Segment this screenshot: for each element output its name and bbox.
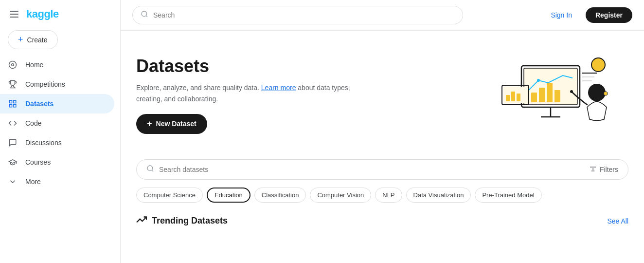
tag-pre-trained-model[interactable]: Pre-Trained Model <box>475 188 541 203</box>
global-search-bar[interactable] <box>132 6 463 24</box>
signin-button[interactable]: Sign In <box>543 7 580 23</box>
svg-point-0 <box>9 61 17 69</box>
svg-rect-21 <box>517 94 520 101</box>
content-area: Datasets Explore, analyze, and share qua… <box>121 31 644 263</box>
svg-rect-4 <box>9 105 12 107</box>
svg-rect-2 <box>9 100 12 103</box>
courses-icon <box>8 157 18 167</box>
hero-section: Datasets Explore, analyze, and share qua… <box>136 46 628 144</box>
kaggle-logo[interactable]: kaggle <box>26 8 59 20</box>
new-dataset-button[interactable]: + New Dataset <box>136 114 207 134</box>
tag-data-visualization[interactable]: Data Visualization <box>406 188 471 203</box>
filters-button[interactable]: Filters <box>589 165 618 174</box>
page-title: Datasets <box>136 56 350 76</box>
sidebar-item-home[interactable]: Home <box>0 55 114 75</box>
register-button[interactable]: Register <box>586 7 632 23</box>
search-input[interactable] <box>153 11 455 19</box>
chevron-down-icon <box>8 177 18 187</box>
sidebar-header: kaggle <box>0 0 120 28</box>
trending-section: Trending Datasets See All <box>136 214 628 227</box>
datasets-search-bar[interactable]: Filters <box>136 159 628 180</box>
topbar-actions: Sign In Register <box>543 7 632 23</box>
svg-point-14 <box>537 79 540 82</box>
svg-line-30 <box>152 170 153 171</box>
datasets-search-input[interactable] <box>159 166 589 173</box>
trending-icon <box>136 214 147 227</box>
svg-point-25 <box>591 58 605 72</box>
svg-rect-19 <box>506 95 510 101</box>
main-area: Sign In Register Datasets Explore, analy… <box>121 0 644 263</box>
tags-row: Computer Science Education Classificatio… <box>136 188 628 203</box>
tag-education[interactable]: Education <box>207 188 250 203</box>
plus-icon: + <box>147 119 152 129</box>
see-all-link[interactable]: See All <box>607 217 628 225</box>
hero-description: Explore, analyze, and share quality data… <box>136 82 350 104</box>
svg-line-7 <box>146 16 147 17</box>
tag-computer-science[interactable]: Computer Science <box>136 188 203 203</box>
plus-icon: + <box>18 35 23 45</box>
sidebar: kaggle + Create Home Competitions <box>0 0 121 263</box>
sidebar-nav: Home Competitions Datasets Code <box>0 55 120 191</box>
sidebar-item-more[interactable]: More <box>0 172 114 191</box>
sidebar-item-datasets[interactable]: Datasets <box>0 94 114 113</box>
hamburger-icon[interactable] <box>8 9 20 19</box>
svg-point-29 <box>147 166 153 171</box>
svg-rect-10 <box>531 93 537 102</box>
code-icon <box>8 118 18 128</box>
hero-text: Datasets Explore, analyze, and share qua… <box>136 56 350 134</box>
svg-rect-3 <box>14 100 16 103</box>
tag-computer-vision[interactable]: Computer Vision <box>310 188 371 203</box>
topbar: Sign In Register <box>121 0 644 31</box>
hero-illustration <box>492 46 628 144</box>
sidebar-item-code[interactable]: Code <box>0 113 114 133</box>
home-icon <box>8 60 18 70</box>
svg-point-27 <box>570 90 573 93</box>
datasets-icon <box>8 99 18 109</box>
search-icon <box>146 165 154 174</box>
competitions-icon <box>8 79 18 89</box>
tag-nlp[interactable]: NLP <box>375 188 402 203</box>
tag-classification[interactable]: Classification <box>254 188 306 203</box>
svg-rect-20 <box>511 92 515 101</box>
svg-rect-11 <box>539 88 545 102</box>
svg-point-6 <box>142 11 147 17</box>
trending-title: Trending Datasets <box>136 214 228 227</box>
svg-rect-5 <box>14 105 16 107</box>
svg-point-26 <box>588 84 606 101</box>
discussions-icon <box>8 138 18 148</box>
sidebar-item-competitions[interactable]: Competitions <box>0 75 114 94</box>
learn-more-link[interactable]: Learn more <box>261 84 296 92</box>
sidebar-item-discussions[interactable]: Discussions <box>0 133 114 152</box>
filter-icon <box>589 165 597 174</box>
svg-point-1 <box>12 64 14 66</box>
svg-rect-12 <box>547 83 553 102</box>
sidebar-item-courses[interactable]: Courses <box>0 152 114 172</box>
search-icon <box>141 10 148 20</box>
create-button[interactable]: + Create <box>8 30 58 49</box>
svg-rect-13 <box>555 90 560 102</box>
svg-point-28 <box>604 92 608 95</box>
